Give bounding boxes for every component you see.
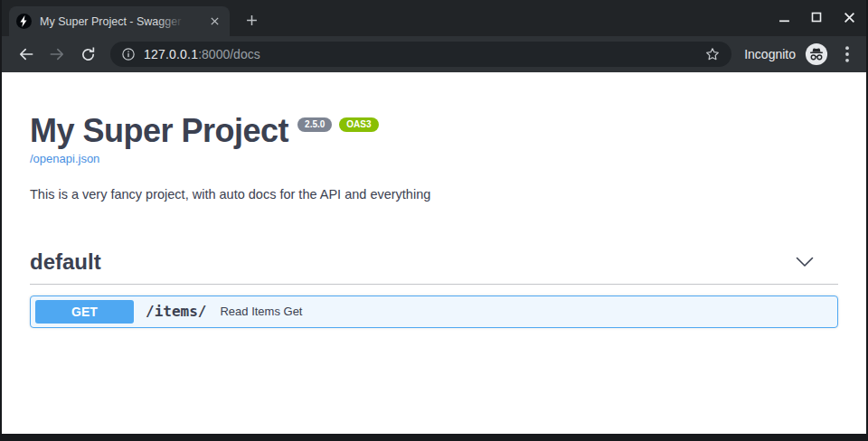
bookmark-star-icon[interactable] (704, 46, 721, 62)
back-icon[interactable] (14, 42, 38, 66)
titlebar: My Super Project - Swagger UI (2, 0, 866, 36)
operation-path: /items/ (146, 303, 206, 320)
tag-section-default: default GET /items/ Read Items Get (30, 249, 838, 328)
incognito-icon (805, 42, 828, 66)
fastapi-favicon-icon (16, 14, 32, 29)
oas3-badge: OAS3 (339, 117, 378, 132)
section-divider (30, 284, 838, 285)
browser-tab[interactable]: My Super Project - Swagger UI (9, 6, 230, 36)
window-controls (774, 7, 859, 27)
new-tab-button[interactable] (242, 11, 260, 29)
openapi-spec-link[interactable]: /openapi.json (30, 152, 99, 165)
close-button-icon[interactable] (839, 7, 859, 27)
api-description: This is a very fancy project, with auto … (30, 187, 838, 202)
url-host-text: 127.0.0.1 (144, 47, 198, 61)
reload-icon[interactable] (76, 42, 99, 66)
browser-toolbar: 127.0.0.1:8000/docs Incognito (2, 36, 866, 72)
version-badge: 2.5.0 (297, 117, 332, 132)
chevron-down-icon[interactable] (795, 256, 815, 268)
browser-window: My Super Project - Swagger UI (0, 0, 868, 441)
window-bottom-frame (2, 434, 866, 441)
http-method-badge: GET (35, 300, 134, 324)
tag-name: default (30, 249, 101, 276)
url-path-text: :8000/docs (198, 47, 260, 61)
url-address-bar[interactable]: 127.0.0.1:8000/docs (110, 42, 731, 67)
incognito-label: Incognito (744, 47, 796, 61)
browser-menu-icon[interactable] (837, 44, 857, 64)
tag-section-header[interactable]: default (30, 249, 838, 276)
forward-icon[interactable] (45, 42, 69, 66)
minimize-button-icon[interactable] (774, 7, 794, 27)
swagger-page: My Super Project 2.5.0 OAS3 /openapi.jso… (2, 72, 866, 434)
api-info-header: My Super Project 2.5.0 OAS3 (30, 115, 838, 147)
site-info-icon[interactable] (121, 47, 136, 61)
operation-row-get-items[interactable]: GET /items/ Read Items Get (30, 296, 838, 328)
tab-close-icon[interactable] (206, 14, 222, 30)
tab-title: My Super Project - Swagger UI (40, 15, 184, 28)
operation-summary: Read Items Get (220, 305, 302, 318)
page-title: My Super Project (30, 115, 288, 147)
maximize-button-icon[interactable] (807, 7, 826, 27)
